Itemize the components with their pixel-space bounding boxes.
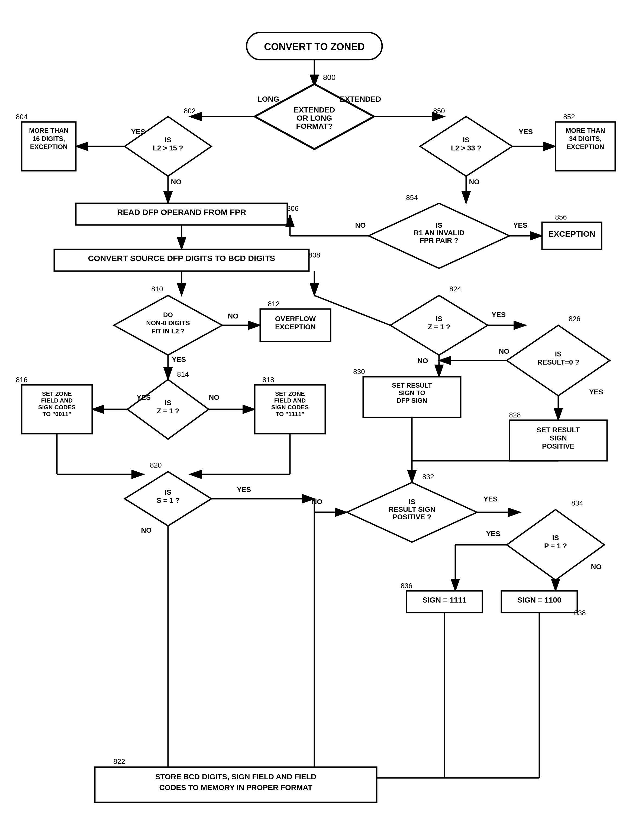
svg-text:RESULT SIGN: RESULT SIGN (389, 505, 435, 513)
svg-text:SIGN CODES: SIGN CODES (38, 404, 76, 411)
no-824: NO (418, 357, 428, 365)
ref-850: 850 (433, 107, 445, 115)
yes-810: YES (172, 355, 186, 363)
n800-label: EXTENDED (294, 106, 335, 114)
ref-824: 824 (449, 285, 461, 293)
n824-label: IS (436, 315, 443, 323)
ref-800: 800 (323, 73, 336, 82)
svg-text:SIGN CODES: SIGN CODES (271, 404, 309, 411)
n836-label: SIGN = 1111 (422, 596, 467, 604)
svg-text:SIGN: SIGN (550, 434, 567, 442)
n818-label: SET ZONE (275, 390, 305, 397)
svg-text:L2 > 15 ?: L2 > 15 ? (153, 144, 183, 152)
no-802: NO (171, 178, 181, 186)
n806-label: READ DFP OPERAND FROM FPR (117, 208, 246, 216)
svg-text:FIT IN L2 ?: FIT IN L2 ? (151, 327, 185, 335)
svg-text:SIGN TO: SIGN TO (399, 389, 425, 396)
n854-label: IS (436, 221, 443, 229)
svg-text:R1 AN INVALID: R1 AN INVALID (414, 229, 464, 237)
svg-text:FIELD AND: FIELD AND (274, 397, 306, 404)
ref-826: 826 (569, 315, 580, 323)
start-label: CONVERT TO ZONED (264, 41, 364, 52)
yes-802: YES (131, 128, 145, 136)
svg-text:OR LONG: OR LONG (297, 114, 332, 122)
ref-832: 832 (422, 473, 434, 481)
ref-820: 820 (150, 461, 161, 469)
yes-826: YES (589, 388, 603, 396)
yes-834: YES (486, 530, 500, 538)
no-820: NO (141, 526, 152, 534)
n838-label: SIGN = 1100 (517, 596, 561, 604)
svg-text:16 DIGITS,: 16 DIGITS, (33, 135, 65, 142)
n852-label: MORE THAN (566, 127, 605, 134)
svg-text:Z = 1 ?: Z = 1 ? (157, 407, 179, 415)
ref-828: 828 (509, 411, 520, 419)
ref-854: 854 (406, 194, 418, 202)
yes-832: YES (484, 495, 498, 503)
n820-label: IS (165, 488, 172, 496)
svg-text:P = 1 ?: P = 1 ? (544, 542, 567, 550)
n802-label: IS (165, 136, 172, 144)
ref-802: 802 (184, 107, 195, 115)
no-834: NO (591, 563, 602, 571)
ref-818: 818 (262, 376, 274, 384)
svg-text:EXCEPTION: EXCEPTION (275, 323, 316, 331)
n816-label: SET ZONE (42, 390, 72, 397)
n828-label: SET RESULT (537, 426, 580, 434)
svg-text:Z = 1 ?: Z = 1 ? (428, 323, 450, 331)
svg-text:FPR PAIR ?: FPR PAIR ? (420, 236, 459, 245)
svg-text:POSITIVE: POSITIVE (542, 442, 575, 450)
svg-text:DFP SIGN: DFP SIGN (397, 397, 427, 404)
ref-812: 812 (268, 300, 279, 308)
yes-850: YES (519, 128, 533, 136)
n804-label: MORE THAN (29, 127, 68, 134)
n814-label: IS (165, 399, 172, 407)
no-826: NO (499, 347, 509, 355)
ref-856: 856 (555, 213, 567, 221)
svg-text:EXCEPTION: EXCEPTION (567, 143, 604, 150)
ref-814: 814 (177, 370, 189, 378)
svg-text:L2 > 33 ?: L2 > 33 ? (451, 144, 481, 152)
svg-text:RESULT=0 ?: RESULT=0 ? (538, 358, 579, 366)
svg-text:TO "1111": TO "1111" (276, 411, 304, 417)
no-850: NO (469, 178, 480, 186)
ref-852: 852 (563, 113, 575, 121)
n822-label: STORE BCD DIGITS, SIGN FIELD AND FIELD (155, 772, 316, 781)
yes-820: YES (237, 485, 251, 494)
no-810: NO (228, 312, 238, 320)
svg-text:FIELD AND: FIELD AND (41, 397, 73, 404)
n810-label: DO (163, 311, 173, 319)
n812-label: OVERFLOW (275, 315, 316, 323)
ref-816: 816 (16, 376, 27, 384)
svg-text:34 DIGITS,: 34 DIGITS, (569, 135, 602, 142)
n850-label: IS (463, 136, 470, 144)
yes-854: YES (513, 221, 527, 229)
yes-814: YES (137, 393, 151, 401)
svg-text:S = 1 ?: S = 1 ? (157, 496, 180, 504)
ref-810: 810 (151, 285, 163, 293)
no-854: NO (355, 221, 366, 229)
no-814: NO (209, 393, 219, 401)
svg-text:FORMAT?: FORMAT? (296, 122, 333, 130)
ref-804: 804 (16, 113, 27, 121)
ref-834: 834 (571, 499, 583, 507)
n834-label: IS (552, 534, 559, 542)
ref-822: 822 (113, 757, 125, 766)
yes-824: YES (492, 311, 506, 319)
ref-808: 808 (308, 251, 320, 259)
svg-text:TO "0011": TO "0011" (43, 411, 71, 417)
long-label: LONG (257, 95, 279, 103)
n830-label: SET RESULT (392, 382, 432, 389)
svg-text:POSITIVE ?: POSITIVE ? (393, 513, 431, 521)
svg-text:EXCEPTION: EXCEPTION (30, 143, 68, 150)
flowchart-diagram: CONVERT TO ZONED EXTENDED OR LONG FORMAT… (0, 0, 629, 840)
no-832: NO (312, 497, 323, 506)
ref-836: 836 (400, 582, 412, 590)
ref-806: 806 (287, 204, 298, 213)
n856-label: EXCEPTION (548, 229, 595, 238)
ref-838: 838 (574, 609, 586, 617)
ref-830: 830 (353, 368, 365, 376)
n832-label: IS (409, 497, 415, 506)
n808-label: CONVERT SOURCE DFP DIGITS TO BCD DIGITS (88, 254, 275, 263)
n826-label: IS (555, 350, 562, 358)
